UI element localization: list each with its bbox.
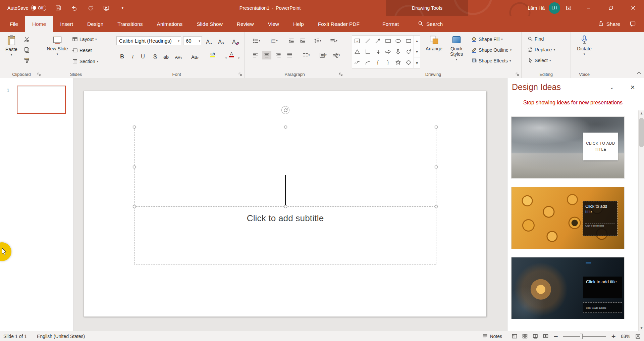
tab-review[interactable]: Review xyxy=(230,16,261,32)
shape-down-arrow-icon[interactable] xyxy=(393,46,404,57)
shape-freeform-icon[interactable] xyxy=(352,57,363,68)
normal-view-icon[interactable] xyxy=(512,334,517,339)
bullets-button[interactable]: ▾ xyxy=(251,36,263,45)
ribbon-display-options-icon[interactable] xyxy=(564,4,573,12)
shape-textbox-icon[interactable]: A xyxy=(352,36,363,46)
comments-button[interactable] xyxy=(628,16,644,32)
stop-showing-ideas-link[interactable]: Stop showing ideas for new presentations xyxy=(507,100,638,106)
design-idea-thumbnail-2[interactable]: Click to add title Click to add subtitle xyxy=(511,187,625,249)
strikethrough-button[interactable]: ab xyxy=(162,51,170,60)
convert-to-smartart-button[interactable]: ▾ xyxy=(330,51,342,59)
format-painter-button[interactable] xyxy=(22,56,32,65)
reset-button[interactable]: Reset xyxy=(72,47,92,53)
tab-animations[interactable]: Animations xyxy=(150,16,190,32)
resize-handle-top-left[interactable] xyxy=(133,126,136,129)
autosave-toggle[interactable]: AutoSave Off xyxy=(7,5,46,11)
drawing-dialog-launcher[interactable] xyxy=(515,71,520,76)
tab-slide-show[interactable]: Slide Show xyxy=(190,16,230,32)
restore-button[interactable] xyxy=(600,0,622,16)
shape-line-icon[interactable] xyxy=(363,36,373,46)
underline-button[interactable]: U xyxy=(139,51,147,60)
scroll-down-icon[interactable]: ▼ xyxy=(639,325,644,331)
design-panel-scrollbar[interactable]: ▲ ▼ xyxy=(638,110,644,331)
zoom-slider[interactable] xyxy=(563,336,606,337)
autosave-pill[interactable]: Off xyxy=(31,5,46,11)
tab-view[interactable]: View xyxy=(261,16,286,32)
shape-diamond-icon[interactable] xyxy=(404,57,414,68)
scroll-up-icon[interactable]: ▲ xyxy=(639,110,644,116)
shape-triangle-icon[interactable] xyxy=(352,46,363,57)
shapes-scroll-down-icon[interactable]: ▼ xyxy=(414,46,420,57)
resize-handle-bottom-right[interactable] xyxy=(435,205,438,208)
tab-home[interactable]: Home xyxy=(25,16,53,32)
paste-button[interactable]: Paste ▾ xyxy=(3,35,20,56)
shape-circular-arrow-icon[interactable] xyxy=(404,46,414,57)
resize-handle-bottom-center[interactable] xyxy=(284,205,287,208)
decrease-font-size-button[interactable]: A▼ xyxy=(217,36,226,46)
design-idea-thumbnail-1[interactable]: CLICK TO ADD TITLE xyxy=(511,116,625,179)
subtitle-placeholder[interactable]: Click to add subtitle xyxy=(134,207,436,264)
panel-collapse-icon[interactable]: ⌄ xyxy=(607,83,617,92)
avatar[interactable]: LH xyxy=(549,2,560,14)
shape-star-icon[interactable] xyxy=(393,57,404,68)
scrollbar-thumb[interactable] xyxy=(639,118,644,147)
quick-styles-button[interactable]: Quick Styles ▾ xyxy=(446,35,467,61)
replace-button[interactable]: Replace▾ xyxy=(528,47,555,52)
copy-button[interactable] xyxy=(22,46,32,54)
numbering-button[interactable]: 123▾ xyxy=(268,36,280,45)
zoom-level[interactable]: 63% xyxy=(621,334,630,339)
cut-button[interactable] xyxy=(22,35,32,44)
tab-transitions[interactable]: Transitions xyxy=(110,16,150,32)
fit-to-window-icon[interactable] xyxy=(635,334,641,339)
zoom-in-button[interactable]: + xyxy=(611,333,616,340)
align-text-button[interactable]: ▾ xyxy=(317,51,329,59)
layout-button[interactable]: Layout▾ xyxy=(72,36,97,42)
tab-insert[interactable]: Insert xyxy=(53,16,80,32)
align-left-button[interactable] xyxy=(251,51,260,59)
select-button[interactable]: Select▾ xyxy=(528,58,551,63)
undo-icon[interactable] xyxy=(70,4,78,12)
shape-left-brace-icon[interactable]: { xyxy=(373,57,383,68)
decrease-indent-button[interactable] xyxy=(286,36,296,45)
shape-rectangle-icon[interactable] xyxy=(383,36,393,46)
minimize-button[interactable] xyxy=(578,0,600,16)
text-direction-button[interactable]: ▾ xyxy=(328,36,340,45)
highlight-color-button[interactable]: ab xyxy=(208,50,217,60)
tab-design[interactable]: Design xyxy=(80,16,110,32)
tab-foxit-reader-pdf[interactable]: Foxit Reader PDF xyxy=(311,16,367,32)
find-button[interactable]: Find xyxy=(528,36,544,42)
resize-handle-middle-right[interactable] xyxy=(435,165,438,168)
arrange-button[interactable]: Arrange xyxy=(424,35,444,51)
slide-show-view-icon[interactable] xyxy=(543,334,548,339)
search-input[interactable]: Search xyxy=(411,16,449,32)
resize-handle-top-right[interactable] xyxy=(435,126,438,129)
increase-font-size-button[interactable]: A▲ xyxy=(205,36,214,46)
shape-right-angle-icon[interactable] xyxy=(363,46,373,57)
shape-elbow-connector-icon[interactable] xyxy=(373,46,383,57)
font-size-combobox[interactable]: 60▾ xyxy=(183,36,202,45)
text-shadow-button[interactable]: S xyxy=(151,51,159,60)
bold-button[interactable]: B xyxy=(118,51,126,60)
rotation-handle-icon[interactable] xyxy=(281,106,289,114)
shape-outline-button[interactable]: Shape Outline▾ xyxy=(471,47,512,53)
zoom-slider-thumb[interactable] xyxy=(580,334,583,339)
shapes-scroll-up-icon[interactable]: ▲ xyxy=(414,36,420,46)
justify-button[interactable] xyxy=(285,51,294,59)
paragraph-dialog-launcher[interactable] xyxy=(339,71,343,76)
slide-thumbnail-1[interactable] xyxy=(17,86,66,114)
resize-handle-bottom-left[interactable] xyxy=(133,205,136,208)
shapes-more-icon[interactable]: —▼ xyxy=(414,57,420,68)
dictate-button[interactable]: Dictate ▾ xyxy=(574,35,595,56)
shape-arrow-icon[interactable] xyxy=(373,36,383,46)
redo-icon[interactable] xyxy=(86,4,95,12)
shape-oval-icon[interactable] xyxy=(393,36,404,46)
zoom-out-button[interactable]: − xyxy=(553,333,558,340)
tab-format-contextual[interactable]: Format xyxy=(375,16,406,32)
notes-button[interactable]: Notes xyxy=(483,334,502,339)
shape-right-arrow-icon[interactable] xyxy=(383,46,393,57)
panel-close-icon[interactable]: ✕ xyxy=(628,83,638,92)
columns-button[interactable]: ▾ xyxy=(300,51,312,59)
align-right-button[interactable] xyxy=(273,51,283,59)
tab-help[interactable]: Help xyxy=(286,16,311,32)
align-center-button[interactable] xyxy=(262,51,271,59)
